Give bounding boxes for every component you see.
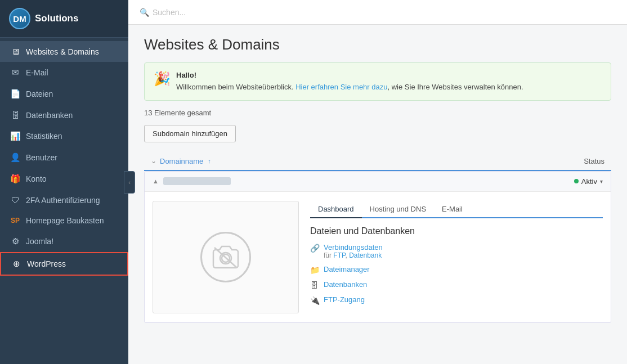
banner-link[interactable]: Hier erfahren Sie mehr dazu xyxy=(295,83,387,91)
ftp-zugang-link[interactable]: FTP-Zugang xyxy=(324,295,365,304)
sidebar-item-label: Websites & Domains xyxy=(26,47,99,56)
sidebar-item-datenbanken[interactable]: 🗄 Datenbanken xyxy=(0,105,128,125)
domain-section: ▲ Aktiv ▾ xyxy=(144,171,611,323)
verbindungsdaten-link[interactable]: Verbindungsdaten xyxy=(324,243,383,251)
search-input-placeholder[interactable]: Suchen... xyxy=(153,8,186,17)
stats-icon: 📊 xyxy=(10,131,20,141)
banner-emoji: 🎉 xyxy=(154,71,171,87)
file-icon: 📄 xyxy=(10,89,20,99)
detail-item-dateimanager: 📁 Dateimanager xyxy=(310,265,603,275)
topbar: 🔍 Suchen... xyxy=(128,0,627,25)
header-status: Status xyxy=(584,157,604,165)
wordpress-icon: ⊕ xyxy=(11,259,21,269)
joomla-icon: ⚙ xyxy=(10,236,20,246)
camera-icon xyxy=(200,232,251,282)
detail-item-verbindungsdaten: 🔗 Verbindungsdaten für FTP, Datenbank xyxy=(310,243,603,259)
folder-icon: 📁 xyxy=(310,266,319,275)
tab-email[interactable]: E-Mail xyxy=(434,201,471,218)
banner-intro: Willkommen beim Websiteüberblick. xyxy=(176,83,295,91)
banner-text: Hallo! Willkommen beim Websiteüberblick.… xyxy=(176,70,523,93)
sidebar-item-email[interactable]: ✉ E-Mail xyxy=(0,62,128,83)
sidebar-item-label: Dateien xyxy=(26,89,53,98)
header-domainname[interactable]: ⌄ Domainname ↑ xyxy=(151,157,211,165)
domain-row-header: ⌄ Domainname ↑ Status xyxy=(151,157,604,165)
sidebar-item-dateien[interactable]: 📄 Dateien xyxy=(0,83,128,105)
shield-icon: 🛡 xyxy=(10,195,20,205)
sidebar-item-label: E-Mail xyxy=(26,68,48,77)
items-count: 13 Elemente gesamt xyxy=(144,109,611,117)
ftp-icon: 🔌 xyxy=(310,296,319,305)
datenbank-link[interactable]: Datenbank xyxy=(349,251,382,259)
sidebar-item-label: Datenbanken xyxy=(26,111,73,120)
status-text: Aktiv xyxy=(581,177,597,186)
tab-hosting-dns[interactable]: Hosting und DNS xyxy=(362,201,434,218)
database-icon: 🗄 xyxy=(10,110,20,120)
logo-area: DM Solutions xyxy=(0,0,128,38)
sidebar-item-websites-domains[interactable]: 🖥 Websites & Domains xyxy=(0,41,128,62)
sidebar: DM Solutions 🖥 Websites & Domains ✉ E-Ma… xyxy=(0,0,128,364)
logo-icon: DM xyxy=(9,8,30,29)
sidebar-item-joomla[interactable]: ⚙ Joomla! xyxy=(0,231,128,252)
sidebar-item-2fa[interactable]: 🛡 2FA Authentifizierung xyxy=(0,190,128,210)
domain-content: Dashboard Hosting und DNS E-Mail Dateien… xyxy=(145,192,611,322)
collapse-domain-icon[interactable]: ▲ xyxy=(153,178,159,185)
domain-table-header: ⌄ Domainname ↑ Status xyxy=(144,152,611,171)
monitor-icon: 🖥 xyxy=(10,47,20,56)
link-icon: 🔗 xyxy=(310,244,319,253)
sidebar-item-wordpress[interactable]: ⊕ WordPress xyxy=(0,252,128,276)
tab-dashboard[interactable]: Dashboard xyxy=(310,201,362,218)
verbindungsdaten-sub: für FTP, Datenbank xyxy=(324,251,383,259)
sidebar-nav: 🖥 Websites & Domains ✉ E-Mail 📄 Dateien … xyxy=(0,38,128,364)
search-icon: 🔍 xyxy=(140,8,149,17)
banner-outro: , wie Sie Ihre Websites verwalten können… xyxy=(387,83,523,91)
sidebar-item-homepage[interactable]: SP Homepage Baukasten xyxy=(0,210,128,231)
email-icon: ✉ xyxy=(10,68,20,78)
domain-name-blurred xyxy=(163,177,231,185)
content-area: Websites & Domains 🎉 Hallo! Willkommen b… xyxy=(128,25,627,364)
domain-row-title: ▲ Aktiv ▾ xyxy=(145,172,611,192)
sidebar-item-label: Benutzer xyxy=(26,153,57,162)
sidebar-item-label: WordPress xyxy=(27,259,66,268)
domain-title-left: ▲ xyxy=(153,177,231,185)
status-caret-icon: ▾ xyxy=(600,178,603,185)
sidebar-item-label: Homepage Baukasten xyxy=(26,216,104,225)
sidebar-item-konto[interactable]: 🎁 Konto xyxy=(0,168,128,190)
datenbanken-link[interactable]: Datenbanken xyxy=(324,280,367,289)
section-title: Dateien und Datenbanken xyxy=(310,226,603,236)
page-title: Websites & Domains xyxy=(144,36,611,53)
banner-greeting: Hallo! xyxy=(176,70,523,82)
logo-name: Solutions xyxy=(35,13,78,24)
detail-tabs: Dashboard Hosting und DNS E-Mail xyxy=(310,201,603,218)
dateimanager-link[interactable]: Dateimanager xyxy=(324,265,370,273)
add-subdomain-button[interactable]: Subdomain hinzufügen xyxy=(144,125,236,142)
ftp-link[interactable]: FTP xyxy=(333,251,345,259)
status-dot-green xyxy=(574,179,579,183)
sidebar-collapse-button[interactable]: ‹ xyxy=(124,171,135,194)
sidebar-item-label: Joomla! xyxy=(26,237,53,246)
sidebar-item-label: Konto xyxy=(26,174,47,183)
screenshot-placeholder xyxy=(153,201,299,313)
sidebar-item-label: Statistiken xyxy=(26,132,62,141)
sidebar-item-label: 2FA Authentifizierung xyxy=(26,196,100,205)
search-wrap: 🔍 Suchen... xyxy=(140,8,186,17)
main-area: 🔍 Suchen... Websites & Domains 🎉 Hallo! … xyxy=(128,0,627,364)
welcome-banner: 🎉 Hallo! Willkommen beim Websiteüberblic… xyxy=(144,62,611,101)
domain-details: Dashboard Hosting und DNS E-Mail Dateien… xyxy=(310,201,603,313)
status-badge[interactable]: Aktiv ▾ xyxy=(574,177,603,186)
sidebar-item-benutzer[interactable]: 👤 Benutzer xyxy=(0,147,128,168)
konto-icon: 🎁 xyxy=(10,174,20,184)
homepage-icon: SP xyxy=(10,217,20,224)
sort-icon: ↑ xyxy=(208,158,211,164)
user-icon: 👤 xyxy=(10,152,20,163)
svg-line-1 xyxy=(214,248,237,268)
db-icon: 🗄 xyxy=(310,281,319,290)
detail-item-ftp-zugang: 🔌 FTP-Zugang xyxy=(310,295,603,305)
sidebar-item-statistiken[interactable]: 📊 Statistiken xyxy=(0,125,128,147)
detail-item-datenbanken: 🗄 Datenbanken xyxy=(310,280,603,290)
